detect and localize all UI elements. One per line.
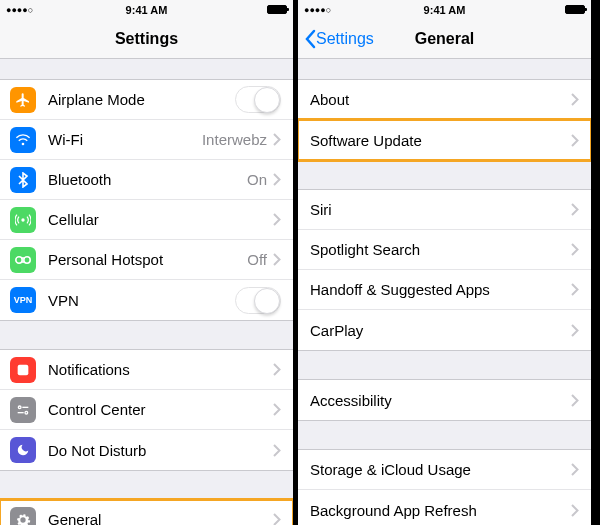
- row-accessibility[interactable]: Accessibility: [298, 380, 591, 420]
- moon-icon: [10, 437, 36, 463]
- row-label: Spotlight Search: [310, 241, 571, 258]
- chevron-right-icon: [273, 513, 281, 525]
- chevron-right-icon: [571, 283, 579, 296]
- row-spotlight-search[interactable]: Spotlight Search: [298, 230, 591, 270]
- nav-bar: Settings: [0, 19, 293, 59]
- row-label: Storage & iCloud Usage: [310, 461, 571, 478]
- general-list[interactable]: About Software Update Siri Spotlight Sea…: [298, 59, 591, 525]
- row-label: General: [48, 511, 273, 525]
- row-value: On: [247, 171, 267, 188]
- svg-point-8: [25, 411, 28, 414]
- chevron-right-icon: [571, 394, 579, 407]
- svg-rect-5: [18, 364, 29, 375]
- status-time: 9:41 AM: [126, 4, 168, 16]
- row-cellular[interactable]: Cellular: [0, 200, 293, 240]
- general-screen: ●●●●○ 9:41 AM Settings General About Sof…: [298, 0, 591, 525]
- row-background-app-refresh[interactable]: Background App Refresh: [298, 490, 591, 525]
- row-label: Wi-Fi: [48, 131, 202, 148]
- row-label: Personal Hotspot: [48, 251, 247, 268]
- row-value: Off: [247, 251, 267, 268]
- back-button[interactable]: Settings: [304, 19, 374, 58]
- vpn-icon: VPN: [10, 287, 36, 313]
- chevron-right-icon: [273, 403, 281, 416]
- row-wifi[interactable]: Wi-Fi Interwebz: [0, 120, 293, 160]
- bluetooth-icon: [10, 167, 36, 193]
- row-label: Background App Refresh: [310, 502, 571, 519]
- row-label: Airplane Mode: [48, 91, 235, 108]
- row-notifications[interactable]: Notifications: [0, 350, 293, 390]
- hotspot-icon: [10, 247, 36, 273]
- chevron-right-icon: [571, 463, 579, 476]
- row-control-center[interactable]: Control Center: [0, 390, 293, 430]
- wifi-icon: [10, 127, 36, 153]
- status-bar: ●●●●○ 9:41 AM: [298, 0, 591, 19]
- row-vpn[interactable]: VPN VPN: [0, 280, 293, 320]
- control-center-icon: [10, 397, 36, 423]
- row-general[interactable]: General: [0, 500, 293, 525]
- airplane-toggle[interactable]: [235, 86, 281, 113]
- chevron-right-icon: [571, 93, 579, 106]
- chevron-right-icon: [273, 173, 281, 186]
- chevron-right-icon: [571, 324, 579, 337]
- chevron-left-icon: [304, 29, 316, 49]
- row-label: VPN: [48, 292, 235, 309]
- cellular-icon: [10, 207, 36, 233]
- row-label: Do Not Disturb: [48, 442, 273, 459]
- row-label: Notifications: [48, 361, 273, 378]
- signal-dots-icon: ●●●●○: [304, 5, 331, 15]
- row-bluetooth[interactable]: Bluetooth On: [0, 160, 293, 200]
- back-label: Settings: [316, 30, 374, 48]
- status-bar: ●●●●○ 9:41 AM: [0, 0, 293, 19]
- row-airplane-mode[interactable]: Airplane Mode: [0, 80, 293, 120]
- row-personal-hotspot[interactable]: Personal Hotspot Off: [0, 240, 293, 280]
- row-label: Accessibility: [310, 392, 571, 409]
- row-do-not-disturb[interactable]: Do Not Disturb: [0, 430, 293, 470]
- nav-title: Settings: [115, 30, 178, 48]
- chevron-right-icon: [273, 213, 281, 226]
- battery-icon: [264, 5, 287, 14]
- row-label: Bluetooth: [48, 171, 247, 188]
- row-handoff-suggested-apps[interactable]: Handoff & Suggested Apps: [298, 270, 591, 310]
- chevron-right-icon: [273, 363, 281, 376]
- vpn-toggle[interactable]: [235, 287, 281, 314]
- gear-icon: [10, 507, 36, 526]
- chevron-right-icon: [571, 243, 579, 256]
- row-carplay[interactable]: CarPlay: [298, 310, 591, 350]
- signal-dots-icon: ●●●●○: [6, 5, 33, 15]
- chevron-right-icon: [273, 444, 281, 457]
- battery-icon: [562, 5, 585, 14]
- row-software-update[interactable]: Software Update: [298, 120, 591, 160]
- chevron-right-icon: [571, 504, 579, 517]
- row-label: Siri: [310, 201, 571, 218]
- status-time: 9:41 AM: [424, 4, 466, 16]
- row-label: CarPlay: [310, 322, 571, 339]
- row-label: Software Update: [310, 132, 571, 149]
- svg-point-6: [18, 406, 21, 409]
- chevron-right-icon: [571, 203, 579, 216]
- airplane-icon: [10, 87, 36, 113]
- chevron-right-icon: [571, 134, 579, 147]
- row-siri[interactable]: Siri: [298, 190, 591, 230]
- row-value: Interwebz: [202, 131, 267, 148]
- row-label: Control Center: [48, 401, 273, 418]
- settings-screen: ●●●●○ 9:41 AM Settings Airplane Mode Wi-…: [0, 0, 293, 525]
- chevron-right-icon: [273, 253, 281, 266]
- row-label: Cellular: [48, 211, 273, 228]
- nav-bar: Settings General: [298, 19, 591, 59]
- row-storage-icloud-usage[interactable]: Storage & iCloud Usage: [298, 450, 591, 490]
- nav-title: General: [415, 30, 475, 48]
- chevron-right-icon: [273, 133, 281, 146]
- settings-list[interactable]: Airplane Mode Wi-Fi Interwebz Bluetooth …: [0, 59, 293, 525]
- svg-point-0: [21, 218, 24, 221]
- notifications-icon: [10, 357, 36, 383]
- row-label: About: [310, 91, 571, 108]
- row-label: Handoff & Suggested Apps: [310, 281, 571, 298]
- row-about[interactable]: About: [298, 80, 591, 120]
